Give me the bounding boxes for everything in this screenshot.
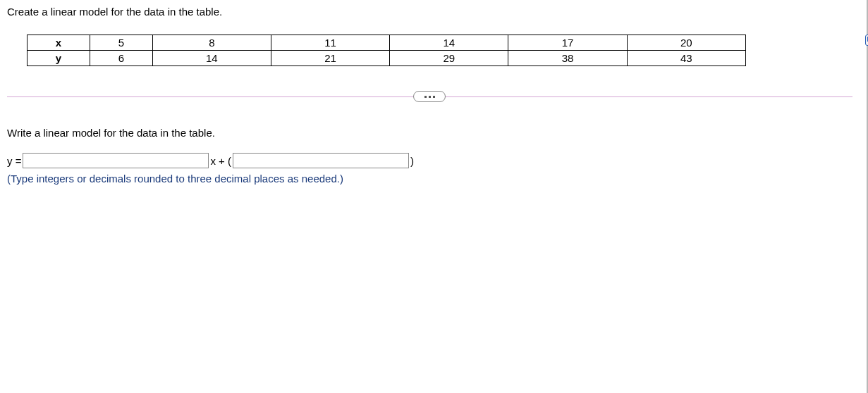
help-icon[interactable] — [865, 35, 868, 46]
intercept-input[interactable] — [233, 153, 409, 168]
row-header-x: x — [27, 35, 90, 51]
cell: 29 — [390, 51, 508, 66]
table-row: y 6 14 21 29 38 43 — [27, 51, 746, 66]
sub-question-text: Write a linear model for the data in the… — [7, 127, 860, 139]
cell: 43 — [627, 51, 745, 66]
dot-icon — [429, 96, 431, 98]
cell: 5 — [90, 35, 152, 51]
cell: 8 — [152, 35, 271, 51]
cell: 17 — [508, 35, 627, 51]
cell: 38 — [508, 51, 627, 66]
data-table: x 5 8 11 14 17 20 y 6 14 21 29 38 43 — [27, 35, 746, 66]
row-header-y: y — [27, 51, 90, 66]
cell: 21 — [271, 51, 389, 66]
cell: 6 — [90, 51, 152, 66]
dot-icon — [424, 96, 427, 98]
cell: 14 — [152, 51, 271, 66]
close-paren-label: ) — [410, 155, 414, 167]
answer-row: y = x + ( ) — [7, 153, 860, 168]
cell: 11 — [271, 35, 389, 51]
question-text: Create a linear model for the data in th… — [7, 6, 860, 18]
hint-text: (Type integers or decimals rounded to th… — [7, 173, 860, 185]
cell: 20 — [627, 35, 745, 51]
data-table-wrapper: x 5 8 11 14 17 20 y 6 14 21 29 38 43 — [27, 35, 860, 66]
cell: 14 — [390, 35, 508, 51]
table-row: x 5 8 11 14 17 20 — [27, 35, 746, 51]
x-plus-label: x + ( — [210, 155, 231, 167]
y-equals-label: y = — [7, 155, 21, 167]
dot-icon — [433, 96, 435, 98]
expand-button[interactable] — [413, 91, 446, 102]
slope-input[interactable] — [23, 153, 209, 168]
divider — [7, 86, 860, 107]
